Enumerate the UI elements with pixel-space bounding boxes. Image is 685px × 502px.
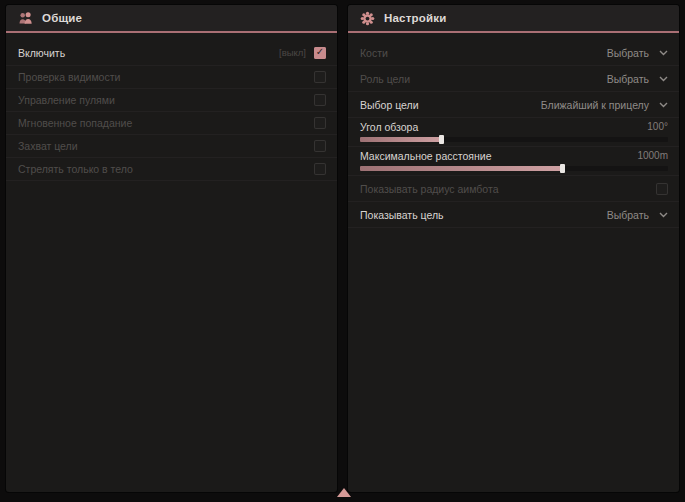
bones-select[interactable]: Выбрать [607,47,668,59]
row-label: Управление пулями [18,94,314,106]
chevron-down-icon [659,212,668,218]
select-value: Выбрать [607,209,649,221]
max-distance-value: 1000m [637,150,668,161]
row-label: Угол обзора [360,121,647,133]
row-label: Захват цели [18,140,314,152]
row-target-lock[interactable]: Захват цели [6,135,337,158]
row-label: Выбор цели [360,99,541,111]
slider-fill [360,166,563,171]
row-label: Стрелять только в тело [18,163,314,175]
select-value: Выбрать [607,73,649,85]
target-selection-select[interactable]: Ближайший к прицелу [541,99,668,111]
chevron-down-icon [659,102,668,108]
settings-panel-header: Настройки [348,5,679,33]
select-value: Выбрать [607,47,649,59]
slider-fill [360,137,442,142]
body-only-checkbox[interactable] [314,163,326,175]
slider-handle[interactable] [439,135,444,144]
row-label: Кости [360,47,607,59]
bullet-control-checkbox[interactable] [314,94,326,106]
row-show-aimbot-radius[interactable]: Показывать радиус аимбота [348,176,679,202]
row-target-role[interactable]: Роль цели Выбрать [348,66,679,92]
row-fov: Угол обзора 100° [348,118,679,147]
hotkey-tag: [выкл] [279,47,306,58]
row-instant-hit[interactable]: Мгновенное попадание [6,112,337,135]
row-label: Включить [18,47,279,59]
panel-title: Настройки [384,12,446,24]
target-lock-checkbox[interactable] [314,140,326,152]
fov-slider[interactable] [360,137,668,142]
row-show-target[interactable]: Показывать цель Выбрать [348,202,679,228]
general-panel-header: Общие [6,5,337,33]
chevron-down-icon [659,76,668,82]
max-distance-slider[interactable] [360,166,668,171]
row-enable[interactable]: Включить [выкл] ✓ [6,40,337,66]
row-bullet-control[interactable]: Управление пулями [6,89,337,112]
row-label: Проверка видимости [18,71,314,83]
instant-hit-checkbox[interactable] [314,117,326,129]
row-target-selection[interactable]: Выбор цели Ближайший к прицелу [348,92,679,118]
people-icon [18,11,33,26]
gear-icon [360,11,375,26]
slider-handle[interactable] [560,164,565,173]
row-max-distance: Максимальное расстояние 1000m [348,147,679,176]
chevron-down-icon [659,50,668,56]
panel-title: Общие [42,12,82,24]
fov-value: 100° [647,121,668,132]
general-panel: Общие Включить [выкл] ✓ Проверка видимос… [6,5,337,492]
row-body-only[interactable]: Стрелять только в тело [6,158,337,181]
row-bones[interactable]: Кости Выбрать [348,40,679,66]
general-panel-body: Включить [выкл] ✓ Проверка видимости Упр… [6,33,337,492]
up-arrow-indicator [337,488,351,497]
enable-checkbox[interactable]: ✓ [314,47,326,59]
row-label: Показывать радиус аимбота [360,183,656,195]
row-visibility-check[interactable]: Проверка видимости [6,66,337,89]
select-value: Ближайший к прицелу [541,99,649,111]
row-label: Роль цели [360,73,607,85]
show-aimbot-radius-checkbox[interactable] [656,183,668,195]
row-label: Максимальное расстояние [360,150,637,162]
visibility-check-checkbox[interactable] [314,71,326,83]
settings-panel: Настройки Кости Выбрать Роль цели Выбрат… [348,5,679,492]
check-icon: ✓ [316,47,324,57]
show-target-select[interactable]: Выбрать [607,209,668,221]
target-role-select[interactable]: Выбрать [607,73,668,85]
row-label: Мгновенное попадание [18,117,314,129]
settings-panel-body: Кости Выбрать Роль цели Выбрать Выбор це… [348,33,679,492]
row-label: Показывать цель [360,209,607,221]
